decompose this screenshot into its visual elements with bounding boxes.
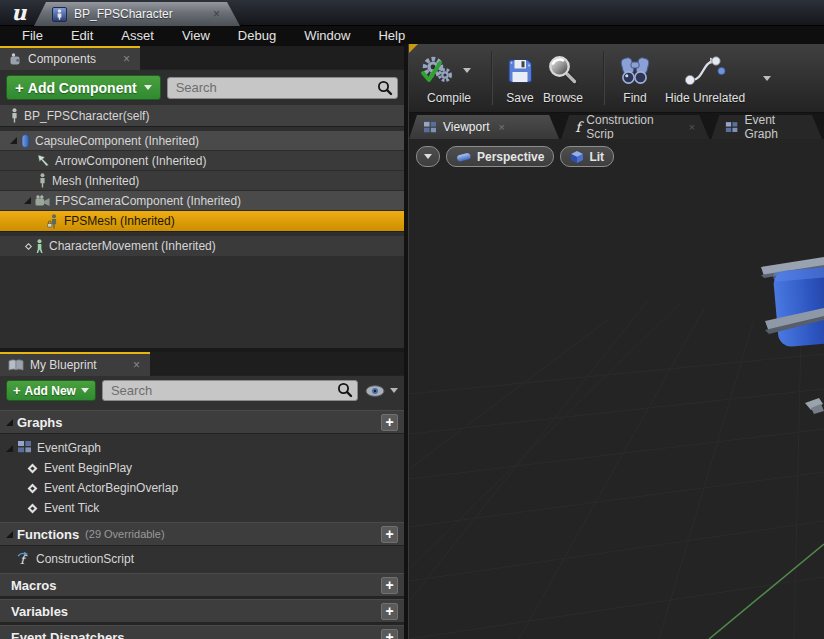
section-functions[interactable]: Functions (29 Overridable) + [0, 522, 404, 546]
section-event-dispatchers[interactable]: Event Dispatchers + [0, 625, 404, 639]
components-tree: BP_FPSCharacter(self) CapsuleComponent (… [0, 105, 404, 256]
close-icon[interactable]: × [498, 121, 504, 133]
eventgraph-item[interactable]: EventGraph [0, 438, 404, 458]
components-empty-area [0, 256, 404, 348]
add-macro-button[interactable]: + [381, 577, 398, 594]
add-event-dispatcher-button[interactable]: + [381, 629, 398, 639]
diamond-icon [25, 242, 32, 249]
unreal-logo-icon: u [6, 0, 32, 26]
find-label: Find [623, 91, 646, 105]
expander-icon[interactable] [24, 197, 31, 204]
viewport-scene [409, 139, 824, 639]
plus-icon: + [15, 79, 24, 96]
graph-icon [17, 440, 32, 456]
section-title: Variables [11, 604, 68, 619]
components-tabbar: Components × [0, 46, 404, 70]
tab-construction-script[interactable]: f Construction Scrip × [561, 115, 709, 139]
add-function-button[interactable]: + [381, 526, 398, 543]
close-icon[interactable]: × [213, 8, 220, 20]
search-icon [377, 80, 393, 100]
toolbar-separator [603, 51, 605, 105]
constructionscript-item[interactable]: f ConstructionScript [0, 549, 404, 569]
compile-button[interactable]: Compile [419, 52, 479, 105]
character-icon [10, 108, 19, 123]
tree-row-arrowcomponent[interactable]: ArrowComponent (Inherited) [0, 151, 404, 171]
tab-event-graph[interactable]: Event Graph [711, 115, 822, 139]
chevron-down-icon[interactable] [763, 76, 771, 81]
save-button[interactable]: Save [505, 52, 535, 105]
blueprint-thumbnail-icon [52, 7, 67, 22]
perspective-button[interactable]: Perspective [446, 146, 554, 167]
menu-help[interactable]: Help [364, 26, 419, 46]
section-macros[interactable]: Macros + [0, 573, 404, 597]
menu-edit[interactable]: Edit [57, 26, 107, 46]
lit-button[interactable]: Lit [560, 146, 614, 167]
add-new-button[interactable]: + Add New [6, 380, 96, 401]
event-beginplay-item[interactable]: Event BeginPlay [0, 458, 404, 478]
expander-icon[interactable] [6, 531, 13, 538]
chevron-down-icon[interactable] [463, 68, 471, 73]
chevron-down-icon [144, 85, 152, 90]
menu-view[interactable]: View [168, 26, 224, 46]
close-icon[interactable]: × [689, 121, 695, 133]
browse-label: Browse [543, 91, 583, 105]
event-label: Event BeginPlay [44, 461, 132, 475]
event-actorbeginoverlap-item[interactable]: Event ActorBeginOverlap [0, 478, 404, 498]
myblueprint-search-input[interactable] [102, 380, 358, 401]
search-icon [337, 382, 353, 402]
myblueprint-searchbox [102, 380, 358, 401]
components-search-input[interactable] [167, 77, 398, 99]
hide-unrelated-button[interactable]: Hide Unrelated [665, 52, 745, 105]
tree-row-charactermovement[interactable]: CharacterMovement (Inherited) [0, 236, 404, 256]
tab-my-blueprint[interactable]: My Blueprint × [0, 352, 150, 376]
tree-row-self[interactable]: BP_FPSCharacter(self) [0, 105, 404, 127]
add-graph-button[interactable]: + [381, 414, 398, 431]
browse-magnifier-icon [546, 55, 580, 86]
document-tab-bp-fpscharacter[interactable]: BP_FPSCharacter × [34, 2, 240, 26]
section-title: Graphs [17, 415, 63, 430]
blueprint-toolbar: Compile Save [409, 44, 824, 113]
menu-file[interactable]: File [8, 26, 57, 46]
add-component-button[interactable]: + Add Component [6, 75, 161, 100]
close-icon[interactable]: × [123, 52, 130, 66]
viewport-controls: Perspective Lit [416, 146, 620, 167]
add-component-label: Add Component [28, 80, 137, 96]
tab-viewport[interactable]: Viewport × [409, 115, 559, 139]
tree-row-fpsmesh-selected[interactable]: FPSMesh (Inherited) [0, 211, 404, 232]
arrow-icon [37, 154, 50, 167]
event-icon [28, 503, 38, 513]
perspective-label: Perspective [477, 150, 544, 164]
tab-my-blueprint-label: My Blueprint [30, 358, 123, 372]
menu-debug[interactable]: Debug [224, 26, 290, 46]
document-tab-title: BP_FPSCharacter [74, 7, 207, 21]
chevron-down-icon [390, 388, 398, 393]
expander-icon[interactable] [6, 419, 13, 426]
close-icon[interactable]: × [133, 358, 140, 372]
section-graphs[interactable]: Graphs + [0, 410, 404, 434]
save-floppy-icon [505, 56, 535, 86]
myblueprint-body: + Add New Graphs [0, 376, 404, 639]
expander-icon[interactable] [6, 445, 13, 452]
add-variable-button[interactable]: + [381, 603, 398, 620]
tab-corner-accent [409, 44, 418, 53]
tree-row-mesh[interactable]: Mesh (Inherited) [0, 171, 404, 191]
add-new-label: Add New [25, 384, 76, 398]
expander-icon[interactable] [10, 137, 17, 144]
compile-label: Compile [427, 91, 471, 105]
tree-row-fpscameracomponent[interactable]: FPSCameraComponent (Inherited) [0, 191, 404, 211]
menu-asset[interactable]: Asset [107, 26, 168, 46]
tab-components[interactable]: Components × [0, 46, 140, 70]
browse-button[interactable]: Browse [543, 52, 583, 105]
visibility-filter-button[interactable] [365, 385, 398, 397]
viewport-3d[interactable]: Perspective Lit [409, 139, 824, 639]
chevron-down-icon [81, 388, 89, 393]
section-title: Functions [17, 527, 79, 542]
section-variables[interactable]: Variables + [0, 599, 404, 623]
menu-window[interactable]: Window [290, 26, 364, 46]
section-title: Macros [11, 578, 57, 593]
event-tick-item[interactable]: Event Tick [0, 498, 404, 518]
viewport-options-button[interactable] [416, 146, 440, 167]
tree-row-capsulecomponent[interactable]: CapsuleComponent (Inherited) [0, 131, 404, 151]
editor-column: Compile Save [409, 44, 824, 639]
find-button[interactable]: Find [617, 52, 653, 105]
